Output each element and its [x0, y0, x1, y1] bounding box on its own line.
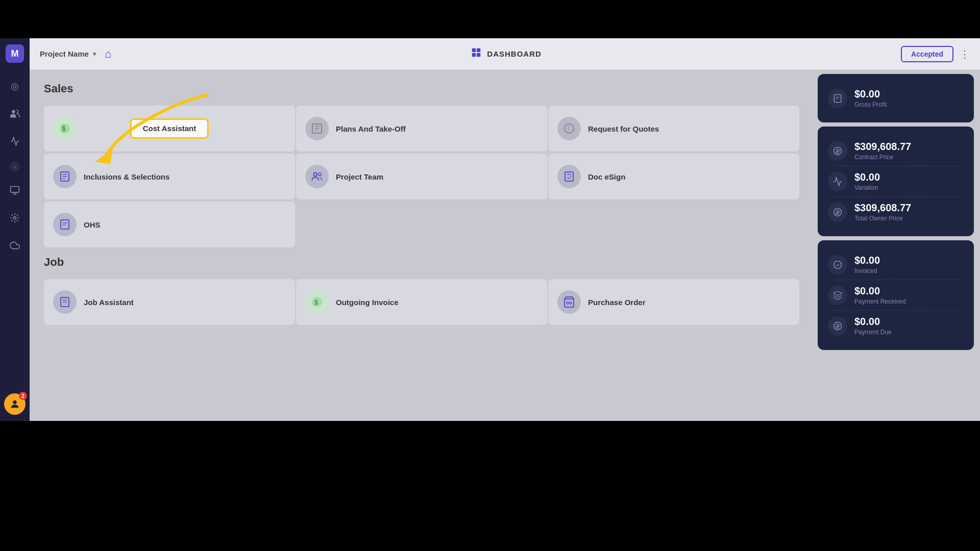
ohs-label: OHS	[84, 220, 101, 229]
user-avatar[interactable]: 2	[4, 393, 26, 415]
sales-section: Sales $	[44, 82, 799, 247]
outgoing-invoice-item[interactable]: $ Outgoing Invoice	[296, 279, 547, 325]
dashboard-icon	[471, 47, 482, 61]
svg-point-4	[14, 217, 16, 219]
inclusions-label: Inclusions & Selections	[84, 172, 169, 181]
ohs-item[interactable]: OHS	[44, 202, 295, 247]
outgoing-invoice-icon: $	[305, 290, 329, 314]
svg-rect-25	[565, 172, 573, 181]
project-name: Project Name	[40, 49, 89, 58]
payment-due-label: Payment Due	[854, 329, 964, 336]
analytics-icon[interactable]: ◎	[6, 77, 24, 95]
purchase-order-icon	[557, 290, 581, 314]
sales-menu-row1: $ Cost Assistant Plans And Take-Off	[44, 106, 799, 152]
payment-received-value: $0.00	[854, 285, 964, 297]
variation-label: Variation	[854, 184, 964, 191]
cloud-icon[interactable]	[6, 236, 24, 255]
sales-title: Sales	[44, 82, 799, 95]
payment-card: $0.00 Invoiced $0.00 Payment Received	[818, 240, 974, 350]
job-assistant-item[interactable]: Job Assistant	[44, 279, 295, 325]
cost-assistant-item[interactable]: $ Cost Assistant	[44, 106, 295, 152]
invoiced-row: $0.00 Invoiced	[828, 249, 964, 280]
payment-received-label: Payment Received	[854, 298, 964, 305]
people-icon[interactable]	[6, 105, 24, 123]
svg-point-24	[318, 173, 321, 176]
total-owner-icon	[828, 203, 847, 222]
purchase-order-label: Purchase Order	[588, 298, 646, 307]
svg-point-43	[834, 261, 842, 268]
job-title: Job	[44, 256, 799, 269]
gross-profit-icon	[828, 89, 847, 108]
right-panel: $0.00 Gross Profit $309,608.77 Contract …	[812, 70, 980, 421]
invoiced-icon	[828, 255, 847, 274]
gross-profit-row: $0.00 Gross Profit	[828, 83, 964, 113]
variation-icon	[828, 172, 847, 191]
accepted-button[interactable]: Accepted	[901, 46, 953, 62]
main-content: Project Name ▾ ⌂ DASHBOARD Accepted ⋮	[30, 38, 980, 421]
payment-received-icon	[828, 286, 847, 305]
monitor-icon[interactable]	[6, 181, 24, 199]
svg-point-23	[314, 172, 317, 176]
request-quotes-item[interactable]: ! Request for Quotes	[548, 106, 799, 152]
cost-assistant-label: Cost Assistant	[143, 124, 196, 133]
variation-row: $0.00 Variation	[828, 166, 964, 196]
payment-due-value: $0.00	[854, 316, 964, 328]
project-team-label: Project Team	[336, 172, 383, 181]
doc-esign-icon	[557, 165, 581, 188]
svg-text:$: $	[314, 298, 318, 306]
svg-point-5	[13, 400, 16, 404]
total-owner-row: $309,608.77 Total Owner Price	[828, 196, 964, 227]
svg-rect-8	[472, 53, 476, 57]
cost-assistant-icon: $	[53, 117, 77, 140]
total-owner-value: $309,608.77	[854, 202, 964, 214]
header-center: DASHBOARD	[119, 47, 893, 61]
sidebar: M ◎ › 2	[0, 38, 30, 421]
payment-due-icon	[828, 316, 847, 336]
project-team-item[interactable]: Project Team	[296, 154, 547, 199]
doc-esign-item[interactable]: Doc eSign	[548, 154, 799, 199]
svg-rect-9	[477, 53, 480, 57]
svg-rect-27	[61, 220, 69, 229]
svg-point-36	[567, 302, 569, 304]
payment-due-row: $0.00 Payment Due	[828, 310, 964, 341]
app-logo[interactable]: M	[6, 44, 24, 63]
contract-price-row: $309,608.77 Contract Price	[828, 136, 964, 166]
inclusions-selections-item[interactable]: Inclusions & Selections	[44, 154, 295, 199]
notification-badge: 2	[19, 392, 27, 400]
outgoing-invoice-label: Outgoing Invoice	[336, 298, 399, 307]
svg-rect-38	[834, 94, 841, 102]
dashboard-label: DASHBOARD	[487, 49, 542, 58]
job-assistant-label: Job Assistant	[84, 298, 134, 307]
expand-button[interactable]: ›	[10, 162, 20, 172]
left-panel: Sales $	[30, 70, 812, 421]
svg-text:$: $	[62, 124, 66, 133]
doc-esign-label: Doc eSign	[588, 172, 625, 181]
purchase-order-item[interactable]: Purchase Order	[548, 279, 799, 325]
contract-price-value: $309,608.77	[854, 141, 964, 153]
svg-rect-1	[11, 187, 19, 193]
page-body: Sales $	[30, 70, 980, 421]
more-options-icon[interactable]: ⋮	[960, 48, 970, 60]
gross-profit-label: Gross Profit	[854, 101, 964, 108]
header-right: Accepted ⋮	[901, 46, 970, 62]
gross-profit-card: $0.00 Gross Profit	[818, 74, 974, 122]
project-team-icon	[305, 165, 329, 188]
chart-icon[interactable]	[6, 132, 24, 151]
request-quotes-label: Request for Quotes	[588, 124, 659, 133]
svg-point-0	[12, 110, 15, 114]
svg-rect-7	[477, 48, 480, 52]
invoiced-label: Invoiced	[854, 267, 964, 274]
request-quotes-icon: !	[557, 117, 581, 140]
home-icon[interactable]: ⌂	[105, 47, 111, 61]
svg-text:!: !	[568, 126, 569, 133]
ohs-icon	[53, 213, 77, 236]
settings-icon[interactable]	[6, 209, 24, 227]
contract-price-label: Contract Price	[854, 154, 964, 161]
plans-takeoff-label: Plans And Take-Off	[336, 124, 406, 133]
contract-price-icon	[828, 141, 847, 161]
job-assistant-icon	[53, 290, 77, 314]
project-name-dropdown[interactable]: Project Name ▾	[40, 49, 96, 58]
payment-received-row: $0.00 Payment Received	[828, 280, 964, 310]
plans-takeoff-item[interactable]: Plans And Take-Off	[296, 106, 547, 152]
chevron-down-icon: ▾	[93, 50, 96, 58]
